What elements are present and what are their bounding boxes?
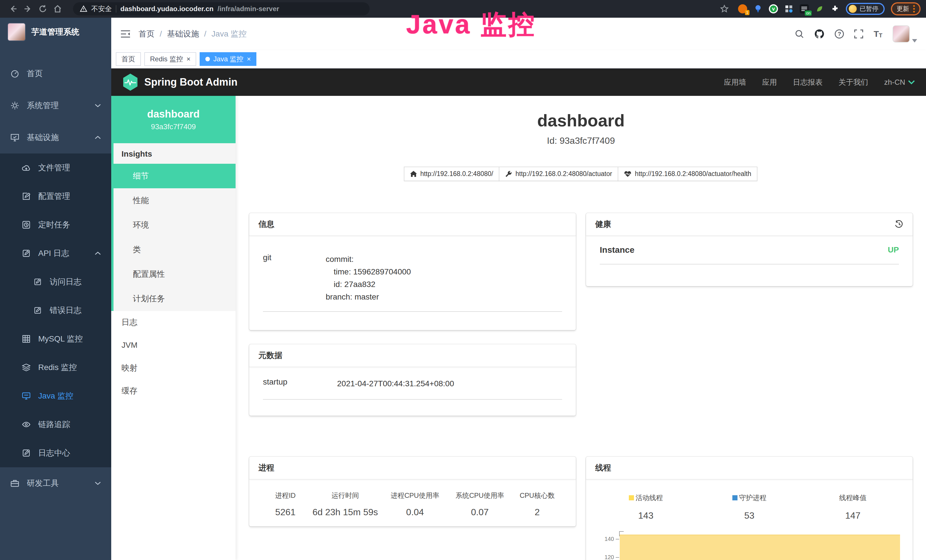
security-label[interactable]: 不安全	[91, 4, 112, 14]
reload-icon[interactable]	[35, 2, 50, 16]
health-instance-row: Instance UP	[600, 245, 899, 265]
extension-icon-grid[interactable]	[784, 4, 793, 14]
tab-redis-monitor[interactable]: Redis 监控 ×	[144, 52, 196, 66]
github-icon[interactable]	[814, 29, 825, 39]
back-icon[interactable]	[6, 2, 21, 16]
help-icon[interactable]: ?	[835, 29, 844, 38]
sidebar-item-infrastructure[interactable]: 基础设施	[0, 121, 111, 153]
sba-nav-environment[interactable]: 环境	[113, 213, 236, 238]
sba-nav-details[interactable]: 细节	[113, 164, 236, 188]
sba-menu-applications[interactable]: 应用	[762, 77, 777, 87]
avatar-image	[893, 26, 910, 42]
bookmark-star-icon[interactable]	[717, 2, 732, 16]
security-warning-icon[interactable]	[80, 5, 87, 12]
live-threads-area	[620, 534, 900, 560]
sidebar-item-dev-tools[interactable]: 研发工具	[0, 467, 111, 499]
tab-home[interactable]: 首页	[116, 52, 141, 66]
sba-nav-caches[interactable]: 缓存	[111, 380, 236, 402]
extension-icon-green-v[interactable]: v	[769, 4, 778, 14]
forward-icon[interactable]	[21, 2, 35, 16]
url-path: /infra/admin-server	[218, 5, 279, 13]
browser-menu-kebab-icon[interactable]	[913, 5, 915, 12]
extension-icon-leaf[interactable]	[815, 4, 824, 14]
sidebar-item-config-mgmt[interactable]: 配置管理	[0, 182, 111, 210]
user-avatar[interactable]	[893, 26, 917, 42]
timer-icon	[22, 221, 31, 229]
ytick-140: 140	[605, 536, 614, 542]
sba-locale-select[interactable]: zh-CN	[884, 78, 915, 87]
sidebar-item-log-center[interactable]: 日志中心	[0, 439, 111, 467]
app-logo-row[interactable]: 芋道管理系统	[0, 18, 111, 46]
caret-down-icon	[912, 39, 917, 42]
app-sidebar: 芋道管理系统 首页 系统管理 基础设施 文件管理	[0, 18, 111, 560]
sba-menu-journal[interactable]: 日志报表	[793, 77, 823, 87]
sidebar-item-file-mgmt[interactable]: 文件管理	[0, 153, 111, 182]
hamburger-collapse-icon[interactable]	[120, 30, 131, 38]
sidebar-item-trace[interactable]: 链路追踪	[0, 410, 111, 439]
sba-nav-scheduled-tasks[interactable]: 计划任务	[113, 286, 236, 311]
sba-brand[interactable]: Spring Boot Admin	[123, 74, 238, 91]
live-threads-label: 活动线程	[635, 493, 663, 502]
page-subtitle: Id: 93a3fc7f7409	[236, 136, 926, 146]
monitor-check-icon	[10, 133, 20, 141]
sba-content: dashboard Id: 93a3fc7f7409 http://192.16…	[236, 96, 926, 560]
close-icon[interactable]: ×	[247, 56, 251, 62]
fullscreen-icon[interactable]	[854, 29, 863, 38]
process-table: 进程ID5261 运行时间6d 23h 15m 59s 进程CPU使用率0.04…	[263, 491, 562, 518]
url-host[interactable]: dashboard.yudao.iocoder.cn	[120, 5, 213, 13]
font-size-icon[interactable]: TT	[873, 29, 882, 39]
extension-icon-list[interactable]: on	[800, 4, 809, 14]
tab-java-monitor[interactable]: Java 监控 ×	[200, 52, 256, 66]
extension-icon-orange[interactable]: 1	[738, 4, 747, 14]
paused-label: 已暂停	[859, 5, 878, 13]
sba-logo-icon	[123, 74, 138, 91]
url-bar[interactable]: 不安全 dashboard.yudao.iocoder.cn/infra/adm…	[73, 2, 369, 15]
sba-nav-classes[interactable]: 类	[113, 238, 236, 262]
info-key: git	[263, 253, 326, 303]
health-url-button[interactable]: http://192.168.0.2:48080/actuator/health	[618, 166, 758, 181]
sidebar-item-redis-monitor[interactable]: Redis 监控	[0, 353, 111, 382]
sba-nav-logs[interactable]: 日志	[111, 311, 236, 334]
browser-update-button[interactable]: 更新	[891, 2, 921, 15]
sba-nav-config-props[interactable]: 配置属性	[113, 262, 236, 286]
tags-view: 首页 Redis 监控 × Java 监控 ×	[111, 50, 926, 68]
sba-menu-about[interactable]: 关于我们	[838, 77, 868, 87]
sidebar-item-home[interactable]: 首页	[0, 58, 111, 89]
search-icon[interactable]	[795, 29, 804, 38]
sidebar-item-error-logs[interactable]: 错误日志	[0, 296, 111, 325]
update-label: 更新	[897, 5, 909, 13]
sidebar-item-system-mgmt[interactable]: 系统管理	[0, 89, 111, 121]
actuator-url-button[interactable]: http://192.168.0.2:48080/actuator	[499, 166, 618, 181]
threads-card: 线程 活动线程 143 守护进程	[586, 457, 912, 560]
sba-menu-wall[interactable]: 应用墙	[724, 77, 746, 87]
close-icon[interactable]: ×	[186, 56, 191, 62]
chevron-down-icon	[95, 104, 101, 107]
info-value: commit: time: 1596289704000 id: 27aa832 …	[326, 253, 411, 303]
extension-icon-pin[interactable]	[754, 4, 763, 14]
home-icon[interactable]	[50, 2, 65, 16]
extension-badge-on: on	[805, 11, 812, 16]
sba-nav-mappings[interactable]: 映射	[111, 357, 236, 380]
sidebar-item-api-logs[interactable]: API 日志	[0, 239, 111, 268]
info-card: 信息 git commit: time: 1596289704000 id: 2…	[249, 213, 576, 330]
sidebar-item-mysql-monitor[interactable]: MySQL 监控	[0, 325, 111, 353]
history-icon[interactable]	[894, 220, 903, 229]
sba-instance-header[interactable]: dashboard 93a3fc7f7409	[111, 96, 236, 143]
sba-group-insights: Insights	[113, 143, 236, 164]
sidebar-item-scheduled-jobs[interactable]: 定时任务	[0, 210, 111, 239]
breadcrumb-home[interactable]: 首页	[139, 29, 154, 39]
edit-icon	[22, 192, 31, 200]
sba-nav-jvm[interactable]: JVM	[111, 334, 236, 357]
sidebar-item-java-monitor[interactable]: Java 监控	[0, 382, 111, 410]
sba-nav-metrics[interactable]: 性能	[113, 188, 236, 213]
breadcrumb-infrastructure[interactable]: 基础设施	[167, 29, 199, 39]
extension-icon-puzzle[interactable]	[831, 4, 840, 14]
threads-chart: 140 120 100	[594, 532, 905, 560]
paused-extension-pill[interactable]: 已暂停	[846, 3, 885, 15]
app-logo-image	[8, 23, 26, 41]
sidebar-item-access-logs[interactable]: 访问日志	[0, 268, 111, 296]
chevron-up-icon	[95, 136, 101, 139]
process-card: 进程 进程ID5261 运行时间6d 23h 15m 59s 进程CPU使用率0…	[249, 457, 576, 526]
service-url-button[interactable]: http://192.168.0.2:48080/	[404, 166, 500, 181]
health-card: 健康 Instance UP	[586, 213, 912, 286]
